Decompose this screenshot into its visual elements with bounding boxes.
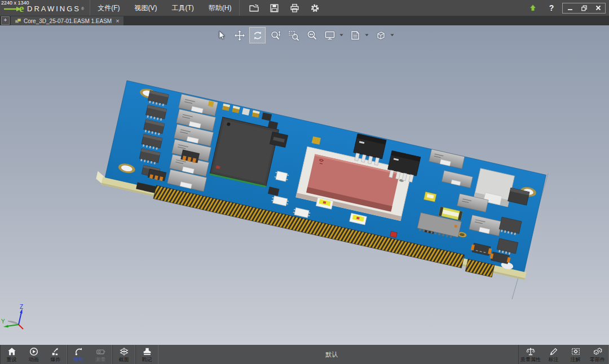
home-icon <box>7 347 17 357</box>
animation-button[interactable]: 动画 <box>23 345 45 364</box>
tab-label: Core_3D_25-07-01.EASM 1.EASM <box>24 18 112 24</box>
mass-properties-button[interactable]: 质量属性 <box>519 345 542 364</box>
display-style-button[interactable] <box>347 27 363 43</box>
save-button[interactable] <box>267 1 283 15</box>
chevron-down-icon <box>339 34 344 37</box>
view-orientation-button[interactable] <box>372 27 389 43</box>
orientation-triad: Z Y <box>1 304 23 329</box>
titlebar-right: ? <box>525 1 609 15</box>
bga-chip <box>210 117 279 188</box>
cube-icon <box>375 30 386 41</box>
markup-label: 标注 <box>549 357 559 363</box>
view-toolbar <box>213 27 396 43</box>
stamp-label: 戳记 <box>142 357 152 363</box>
menu-help[interactable]: 帮助(H) <box>201 0 239 16</box>
logo-registered-mark: ® <box>81 7 84 11</box>
pencil-icon <box>549 347 559 357</box>
explode-icon <box>51 347 61 357</box>
statusbar-group-manipulate: 移动 测量 <box>67 345 112 364</box>
explode-button[interactable]: 爆炸 <box>45 345 67 364</box>
titlebar-toolbar <box>240 1 330 15</box>
restore-button[interactable] <box>577 3 591 13</box>
magnifier-fit-icon <box>306 30 317 41</box>
statusbar-group-stamp: 戳记 <box>135 345 158 364</box>
move-button[interactable]: 移动 <box>68 345 90 364</box>
settings-button[interactable] <box>307 1 323 15</box>
play-circle-icon <box>29 347 39 357</box>
green-up-arrow-icon <box>529 4 537 12</box>
measure-button: 测量 <box>90 345 112 364</box>
animation-label: 动画 <box>29 357 39 363</box>
configuration-label: 默认 <box>325 350 338 359</box>
annotation-icon <box>571 347 581 357</box>
move-label: 移动 <box>74 357 84 363</box>
menu-file[interactable]: 文件(F) <box>90 0 127 16</box>
minimize-button[interactable] <box>563 3 577 13</box>
measure-tape-icon <box>96 347 106 357</box>
x-axis-arrow <box>19 325 23 329</box>
annotations-button[interactable]: 注解 <box>564 345 586 364</box>
pan-tool-button[interactable] <box>231 27 248 43</box>
mass-properties-label: 质量属性 <box>520 357 541 363</box>
tab-close-icon[interactable]: × <box>116 18 119 24</box>
section-label: 截面 <box>119 357 129 363</box>
statusbar: 重设 动画 爆炸 移动 测量 截面 戳记 默认 质量属性 标注 注解 零部件 <box>0 345 609 364</box>
rotate-arrows-icon <box>252 30 263 41</box>
z-axis-label: Z <box>20 304 23 310</box>
open-button[interactable] <box>246 1 262 15</box>
chevron-down-icon <box>390 34 395 37</box>
statusbar-group-view: 重设 动画 爆炸 <box>0 345 67 364</box>
document-style-icon <box>350 30 361 41</box>
update-available-button[interactable] <box>525 1 541 15</box>
help-button[interactable]: ? <box>546 3 557 12</box>
minimize-icon <box>567 5 573 11</box>
zoom-window-button[interactable] <box>285 27 302 43</box>
document-tab[interactable]: Core_3D_25-07-01.EASM 1.EASM × <box>11 16 123 25</box>
resolution-overlay: 2240 x 1340 <box>1 0 29 6</box>
logo-text: DRAWINGS <box>27 5 81 13</box>
zoom-fit-button[interactable] <box>303 27 320 43</box>
menu-view[interactable]: 视图(V) <box>127 0 165 16</box>
pcb-3d-model[interactable] <box>94 79 548 285</box>
select-tool-button[interactable] <box>213 27 230 43</box>
close-button[interactable] <box>591 3 605 13</box>
full-screen-button[interactable] <box>321 27 338 43</box>
balance-scale-icon <box>526 347 536 357</box>
zoom-tool-button[interactable] <box>267 27 284 43</box>
display-style-dropdown[interactable] <box>365 34 369 37</box>
rotate-tool-button[interactable] <box>249 27 266 43</box>
component-blocks-icon <box>593 347 603 357</box>
gear-icon <box>310 3 320 14</box>
assembly-part-icon <box>15 17 21 24</box>
monitor-icon <box>324 30 336 41</box>
components-button[interactable]: 零部件 <box>586 345 608 364</box>
edrawings-window: 2240 x 1340 e DRAWINGS ® 文件(F) 视图(V) 工具(… <box>0 0 609 364</box>
explode-label: 爆炸 <box>51 357 61 363</box>
chevron-down-icon <box>365 34 369 37</box>
folder-open-icon <box>249 3 259 14</box>
menu-tools[interactable]: 工具(T) <box>165 0 201 16</box>
statusbar-group-section: 截面 <box>112 345 135 364</box>
markup-button[interactable]: 标注 <box>542 345 564 364</box>
save-icon <box>269 3 280 14</box>
new-tab-button[interactable]: + <box>1 16 10 25</box>
annotations-label: 注解 <box>571 357 581 363</box>
titlebar: 2240 x 1340 e DRAWINGS ® 文件(F) 视图(V) 工具(… <box>0 0 609 16</box>
window-controls <box>562 3 606 14</box>
full-screen-dropdown[interactable] <box>339 34 344 37</box>
section-button[interactable]: 截面 <box>113 345 135 364</box>
components-label: 零部件 <box>590 357 605 363</box>
scene-canvas[interactable]: Z Y <box>0 25 609 345</box>
measure-label: 测量 <box>96 357 106 363</box>
print-button[interactable] <box>287 1 303 15</box>
magnifier-zoom-icon <box>270 30 281 41</box>
close-icon <box>595 5 602 11</box>
reset-label: 重设 <box>7 357 17 363</box>
stamp-button[interactable]: 戳记 <box>136 345 158 364</box>
reset-button[interactable]: 重设 <box>1 345 23 364</box>
view-orientation-dropdown[interactable] <box>390 34 395 37</box>
viewport[interactable]: Z Y <box>0 25 609 345</box>
tabbar: + Core_3D_25-07-01.EASM 1.EASM × <box>0 16 609 25</box>
stamp-icon <box>142 347 152 357</box>
pan-arrows-icon <box>234 30 245 41</box>
